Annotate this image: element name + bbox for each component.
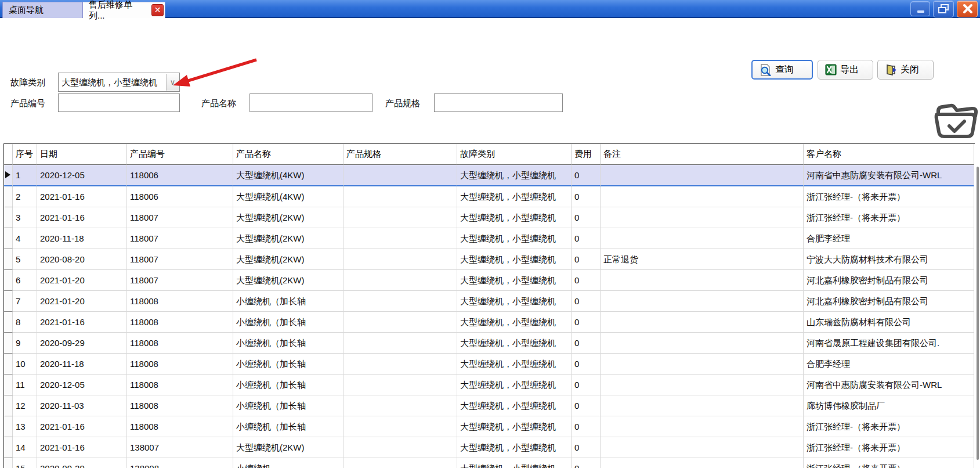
cell-产品编号: 118008	[127, 333, 233, 354]
column-header-9[interactable]: 客户名称	[804, 144, 974, 165]
cell-备注	[601, 291, 804, 312]
column-header-2[interactable]: 日期	[37, 144, 127, 165]
cell-故障类别: 大型缠绕机，小型缠绕机	[457, 354, 572, 375]
tab-repair-order-list[interactable]: 售后维修单列... ✕	[82, 2, 165, 18]
restore-button[interactable]	[933, 1, 954, 17]
cell-客户名称: 河南省中惠防腐安装有限公司-WRL	[804, 375, 974, 395]
table-row[interactable]: 32021-01-16118007大型缠绕机(2KW)大型缠绕机，小型缠绕机0浙…	[4, 207, 974, 228]
column-header-3[interactable]: 产品编号	[127, 144, 233, 165]
row-indicator	[4, 186, 13, 207]
query-button[interactable]: 查询	[751, 60, 813, 80]
close-window-button[interactable]	[957, 1, 978, 17]
cell-客户名称: 河北嘉利橡胶密封制品有限公司	[804, 270, 974, 291]
row-indicator	[4, 375, 13, 395]
cell-产品名称: 小缠绕机（加长轴	[233, 416, 343, 437]
chevron-down-icon[interactable]: ∨	[166, 74, 179, 91]
row-indicator	[4, 354, 13, 375]
tab-label: 桌面导航	[9, 5, 44, 16]
cell-费用: 0	[572, 416, 601, 437]
table-row[interactable]: 82021-01-16118008小缠绕机（加长轴大型缠绕机，小型缠绕机0山东瑞…	[4, 312, 974, 333]
grid-header-row: 序号日期产品编号产品名称产品规格故障类别费用备注客户名称	[4, 144, 974, 165]
cell-产品规格	[343, 312, 457, 333]
cell-故障类别: 大型缠绕机，小型缠绕机	[457, 437, 572, 458]
row-indicator	[4, 395, 13, 416]
table-row[interactable]: 142021-01-16138007大型缠绕机(2KW)大型缠绕机，小型缠绕机0…	[4, 437, 974, 458]
fault-category-combobox[interactable]: 大型缠绕机，小型缠绕机 ∨	[58, 73, 180, 92]
table-row[interactable]: 132021-01-16118008小缠绕机（加长轴大型缠绕机，小型缠绕机0浙江…	[4, 416, 974, 437]
cell-日期: 2021-01-16	[37, 207, 127, 228]
cell-日期: 2021-01-16	[37, 186, 127, 207]
cell-序号: 5	[13, 249, 37, 270]
fault-category-label: 故障类别	[10, 77, 45, 88]
cell-故障类别: 大型缠绕机，小型缠绕机	[457, 312, 572, 333]
tab-label: 售后维修单列...	[89, 0, 159, 21]
table-row[interactable]: 112020-12-05118008小缠绕机（加长轴大型缠绕机，小型缠绕机0河南…	[4, 375, 974, 395]
cell-产品名称: 小缠绕机（加长轴	[233, 395, 343, 416]
cell-序号: 2	[13, 186, 37, 207]
column-header-7[interactable]: 费用	[572, 144, 601, 165]
column-header-8[interactable]: 备注	[601, 144, 804, 165]
cell-产品编号: 118008	[127, 416, 233, 437]
cell-产品名称: 小缠绕机（加长轴	[233, 375, 343, 395]
table-row[interactable]: 92020-09-29118008小缠绕机（加长轴大型缠绕机，小型缠绕机0河南省…	[4, 333, 974, 354]
cell-客户名称: 浙江张经理-（将来开票）	[804, 186, 974, 207]
product-name-input[interactable]	[249, 93, 373, 112]
table-row[interactable]: 52020-08-20118007大型缠绕机(2KW)大型缠绕机，小型缠绕机0正…	[4, 249, 974, 270]
row-indicator	[4, 270, 13, 291]
table-row[interactable]: 152020-09-29138008小缠绕机大型缠绕机，小型缠绕机0浙江张经理-…	[4, 458, 974, 468]
column-header-1[interactable]: 序号	[13, 144, 37, 165]
cell-产品名称: 大型缠绕机(4KW)	[233, 165, 343, 186]
column-header-4[interactable]: 产品名称	[233, 144, 343, 165]
vertical-scrollbar[interactable]	[977, 167, 979, 460]
table-row[interactable]: 62021-01-20118007大型缠绕机(2KW)大型缠绕机，小型缠绕机0河…	[4, 270, 974, 291]
cell-备注: 正常退货	[601, 249, 804, 270]
table-row[interactable]: 72021-01-20118008小缠绕机（加长轴大型缠绕机，小型缠绕机0河北嘉…	[4, 291, 974, 312]
cell-序号: 1	[13, 165, 37, 186]
cell-产品规格	[343, 437, 457, 458]
tab-desktop-navigation[interactable]: 桌面导航	[2, 2, 82, 18]
cell-序号: 7	[13, 291, 37, 312]
column-header-5[interactable]: 产品规格	[343, 144, 457, 165]
minimize-button[interactable]	[910, 1, 930, 16]
repair-orders-grid: 序号日期产品编号产品名称产品规格故障类别费用备注客户名称 12020-12-05…	[3, 143, 975, 468]
selected-row-arrow-icon	[5, 171, 10, 178]
cell-日期: 2020-11-18	[37, 354, 127, 375]
close-view-button[interactable]: 关闭	[877, 60, 934, 80]
cell-产品规格	[343, 165, 457, 186]
cell-故障类别: 大型缠绕机，小型缠绕机	[457, 395, 572, 416]
cell-日期: 2021-01-20	[37, 291, 127, 312]
search-document-icon	[760, 64, 772, 76]
table-row[interactable]: 22021-01-16118006大型缠绕机(4KW)大型缠绕机，小型缠绕机0浙…	[4, 186, 974, 207]
cell-产品名称: 小缠绕机（加长轴	[233, 333, 343, 354]
cell-产品编号: 118008	[127, 291, 233, 312]
table-row[interactable]: 42020-11-18118007大型缠绕机(2KW)大型缠绕机，小型缠绕机0合…	[4, 228, 974, 249]
cell-产品编号: 138008	[127, 458, 233, 468]
table-row[interactable]: 122020-11-03118008小缠绕机（加长轴大型缠绕机，小型缠绕机0廊坊…	[4, 395, 974, 416]
cell-序号: 12	[13, 395, 37, 416]
cell-序号: 4	[13, 228, 37, 249]
cell-故障类别: 大型缠绕机，小型缠绕机	[457, 416, 572, 437]
product-code-input[interactable]	[58, 93, 180, 112]
cell-序号: 8	[13, 312, 37, 333]
close-button-label: 关闭	[901, 64, 919, 76]
cell-产品编号: 118007	[127, 270, 233, 291]
export-button[interactable]: 导出	[818, 60, 873, 80]
row-indicator	[4, 207, 13, 228]
cell-序号: 13	[13, 416, 37, 437]
cell-费用: 0	[572, 375, 601, 395]
table-row[interactable]: 12020-12-05118006大型缠绕机(4KW)大型缠绕机，小型缠绕机0河…	[4, 165, 974, 186]
cell-备注	[601, 186, 804, 207]
cell-产品名称: 大型缠绕机(2KW)	[233, 249, 343, 270]
cell-备注	[601, 312, 804, 333]
cell-备注	[601, 207, 804, 228]
cell-客户名称: 河南省晟原工程建设集团有限公司.	[804, 333, 974, 354]
table-row[interactable]: 102020-11-18118008小缠绕机（加长轴大型缠绕机，小型缠绕机0合肥…	[4, 354, 974, 375]
cell-费用: 0	[572, 291, 601, 312]
product-spec-input[interactable]	[434, 93, 563, 112]
cell-备注	[601, 228, 804, 249]
tab-close-icon[interactable]: ✕	[151, 4, 164, 16]
column-header-6[interactable]: 故障类别	[457, 144, 572, 165]
cell-客户名称: 浙江张经理-（将来开票）	[804, 416, 974, 437]
cell-序号: 6	[13, 270, 37, 291]
cell-费用: 0	[572, 312, 601, 333]
